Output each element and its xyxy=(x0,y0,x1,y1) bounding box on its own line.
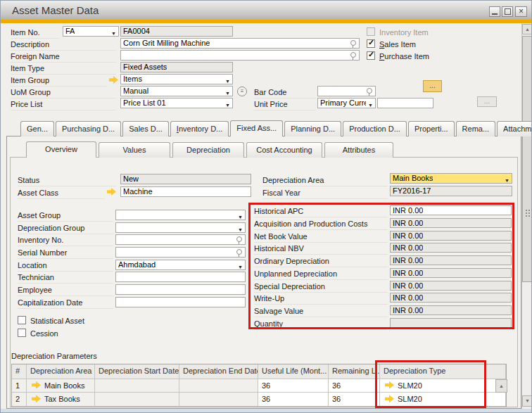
subtab-attributes[interactable]: Attributes xyxy=(324,142,393,158)
employee-label: Employee xyxy=(18,286,113,296)
link-arrow-icon[interactable] xyxy=(109,76,118,84)
item-group-dropdown[interactable]: Items▼ xyxy=(120,74,233,84)
start-date-cell[interactable] xyxy=(95,393,179,407)
purchase-item-label: Purchase Item xyxy=(379,52,429,62)
uom-group-label: UoM Group xyxy=(11,88,116,99)
scroll-down-button[interactable]: ▼ xyxy=(522,395,532,407)
maximize-button[interactable] xyxy=(502,6,513,17)
dropdown-caret-icon: ▼ xyxy=(238,212,243,220)
title-bar: Asset Master Data × xyxy=(1,1,532,20)
unit-price-label: Unit Price xyxy=(254,100,316,110)
maximize-icon xyxy=(505,8,511,15)
bar-code-field[interactable] xyxy=(317,86,376,96)
area-cell[interactable]: Main Books xyxy=(27,379,95,393)
capitalization-date-label: Capitalization Date xyxy=(18,298,113,309)
link-field-icon[interactable] xyxy=(367,88,372,94)
tab-attachments[interactable]: Attachme... xyxy=(497,121,532,136)
asset-class-field[interactable]: Machine xyxy=(120,186,251,197)
foreign-name-field[interactable] xyxy=(120,50,360,61)
bar-code-browse-button[interactable]: ... xyxy=(423,80,442,92)
link-arrow-icon[interactable] xyxy=(32,381,41,389)
vertical-scrollbar-thumb[interactable] xyxy=(522,36,532,282)
tab-properties[interactable]: Properti... xyxy=(408,121,455,136)
technician-field[interactable] xyxy=(115,272,246,282)
foreign-name-label: Foreign Name xyxy=(11,52,116,63)
unit-price-field[interactable] xyxy=(377,98,433,108)
employee-field[interactable] xyxy=(115,284,246,295)
subtab-values[interactable]: Values xyxy=(99,142,170,158)
statistical-asset-checkbox[interactable] xyxy=(18,316,26,324)
col-header-area[interactable]: Depreciation Area xyxy=(27,364,95,379)
description-field[interactable]: Corn Grit Milling Machine xyxy=(120,38,360,49)
item-no-prefix-dropdown[interactable]: FA▼ xyxy=(63,26,119,37)
start-date-cell[interactable] xyxy=(95,379,179,393)
capitalization-date-field[interactable] xyxy=(115,297,246,307)
serial-number-field[interactable] xyxy=(115,247,246,258)
technician-label: Technician xyxy=(18,273,113,284)
tab-production-data[interactable]: Production D... xyxy=(343,121,407,136)
link-arrow-icon[interactable] xyxy=(32,395,41,402)
table-scroll-up-button[interactable]: ▲ xyxy=(495,379,507,393)
link-field-icon[interactable] xyxy=(350,40,356,46)
fiscal-year-field: FY2016-17 xyxy=(390,186,512,196)
asset-group-label: Asset Group xyxy=(18,211,113,222)
link-field-icon[interactable] xyxy=(350,52,356,58)
remaining-life-cell[interactable]: 36 xyxy=(329,393,380,407)
minimize-button[interactable] xyxy=(489,6,500,17)
col-header-useful-life[interactable]: Useful Life (Mont... xyxy=(258,364,329,379)
inventory-item-label: Inventory Item xyxy=(379,28,429,38)
item-no-field[interactable]: FA0004 xyxy=(120,26,233,37)
end-date-cell[interactable] xyxy=(179,379,258,393)
tab-sales-data[interactable]: Sales D... xyxy=(122,121,169,136)
col-header-num[interactable]: # xyxy=(12,364,27,379)
uom-list-icon[interactable]: ≡ xyxy=(237,87,247,96)
remaining-life-cell[interactable]: 36 xyxy=(329,379,380,393)
end-date-cell[interactable] xyxy=(179,393,258,407)
row-num-cell: 2 xyxy=(12,393,27,407)
useful-life-cell[interactable]: 36 xyxy=(258,379,329,393)
depreciation-parameters-title: Depreciation Parameters xyxy=(11,352,97,362)
tab-general[interactable]: Gen... xyxy=(20,121,54,136)
bar-code-label: Bar Code xyxy=(254,88,316,99)
close-button[interactable]: × xyxy=(515,6,527,17)
link-field-icon[interactable] xyxy=(236,249,242,255)
depreciation-area-label: Depreciation Area xyxy=(262,176,388,186)
sub-tab-bar: Overview Values Depreciation Cost Accoun… xyxy=(26,141,395,158)
scroll-up-button[interactable]: ▲ xyxy=(522,24,532,34)
tab-remarks[interactable]: Rema... xyxy=(456,121,496,136)
tab-planning-data[interactable]: Planning D... xyxy=(284,121,341,136)
status-field: New xyxy=(120,174,251,184)
link-field-icon[interactable] xyxy=(236,236,242,242)
price-list-dropdown[interactable]: Price List 01▼ xyxy=(120,98,233,108)
dropdown-caret-icon: ▼ xyxy=(368,101,373,108)
subtab-depreciation[interactable]: Depreciation xyxy=(172,142,244,158)
unit-price-currency-dropdown[interactable]: Primary Curren▼ xyxy=(317,98,376,108)
cession-checkbox[interactable] xyxy=(18,329,26,337)
asset-master-data-window: Asset Master Data × Item No. FA▼ FA0004 … xyxy=(0,0,532,413)
purchase-item-checkbox[interactable] xyxy=(367,51,375,60)
useful-life-cell[interactable]: 36 xyxy=(258,393,329,407)
tab-purchasing-data[interactable]: Purchasing D... xyxy=(56,121,121,136)
dropdown-caret-icon: ▼ xyxy=(225,101,230,108)
inventory-no-field[interactable] xyxy=(115,234,246,245)
serial-number-label: Serial Number xyxy=(18,248,113,259)
item-group-label: Item Group xyxy=(11,76,108,87)
inventory-item-checkbox xyxy=(367,27,375,36)
tab-inventory-data[interactable]: Inventory D... xyxy=(170,121,229,136)
col-header-start-date[interactable]: Depreciation Start Date xyxy=(95,364,179,379)
depreciation-group-dropdown[interactable]: ▼ xyxy=(115,222,246,233)
unit-price-browse-button[interactable]: ... xyxy=(477,96,497,107)
sales-item-checkbox[interactable] xyxy=(367,39,375,48)
col-header-end-date[interactable]: Depreciation End Date xyxy=(179,364,258,379)
depreciation-area-dropdown[interactable]: Main Books▼ xyxy=(390,173,512,184)
asset-group-dropdown[interactable]: ▼ xyxy=(115,210,246,220)
dropdown-caret-icon: ▼ xyxy=(225,89,230,96)
tab-fixed-assets[interactable]: Fixed Ass... xyxy=(230,120,283,136)
area-cell[interactable]: Tax Books xyxy=(27,393,95,407)
subtab-overview[interactable]: Overview xyxy=(26,141,96,158)
uom-group-dropdown[interactable]: Manual▼ xyxy=(120,86,233,96)
item-type-field[interactable]: Fixed Assets xyxy=(120,62,233,72)
location-dropdown[interactable]: Ahmdabad▼ xyxy=(115,260,246,270)
subtab-cost-accounting[interactable]: Cost Accounting xyxy=(246,142,322,158)
col-header-remaining-life[interactable]: Remaining Li... xyxy=(329,364,380,379)
